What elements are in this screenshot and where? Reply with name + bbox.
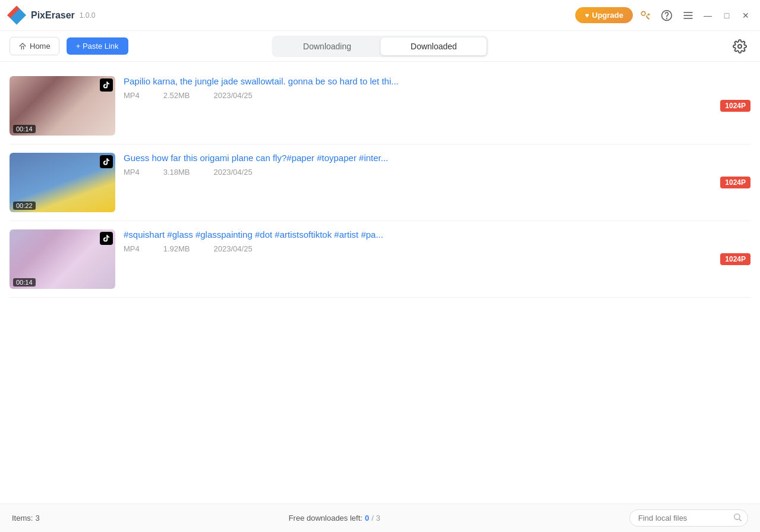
svg-point-4 (667, 18, 667, 18)
quality-badge-1: 1024P (720, 100, 750, 112)
app-logo-icon (7, 6, 26, 25)
items-label: Items: (12, 514, 33, 522)
video-date-1: 2023/04/25 (214, 91, 253, 100)
video-size-3: 1.92MB (163, 244, 190, 253)
video-date-3: 2023/04/25 (214, 244, 253, 253)
video-info-2: Guess how far this origami plane can fly… (124, 153, 712, 177)
video-item-3: 00:14 #squishart #glass #glasspainting #… (10, 221, 750, 298)
items-count: 3 (35, 514, 39, 522)
thumbnail-3: 00:14 (10, 229, 115, 289)
platform-badge-1 (100, 78, 113, 92)
video-info-3: #squishart #glass #glasspainting #dot #a… (124, 229, 712, 253)
video-duration-1: 00:14 (13, 125, 36, 133)
minimize-button[interactable]: — (701, 8, 715, 23)
heart-icon: ♥ (585, 11, 589, 20)
paste-link-label: + Paste Link (76, 42, 119, 51)
video-size-1: 2.52MB (163, 91, 190, 100)
video-item-1: 00:14 Papilio karna, the jungle jade swa… (10, 68, 750, 144)
titlebar: PixEraser 1.0.0 ♥ Upgrade — □ (0, 0, 760, 31)
footer: Items: 3 Free downloades left: 0 / 3 (0, 503, 760, 532)
video-title-2: Guess how far this origami plane can fly… (124, 153, 528, 163)
video-format-2: MP4 (124, 168, 140, 177)
tiktok-icon (102, 158, 111, 166)
video-title-1: Papilio karna, the jungle jade swallowta… (124, 76, 528, 86)
downloads-left-section: Free downloades left: 0 / 3 (289, 514, 380, 522)
video-info-1: Papilio karna, the jungle jade swallowta… (124, 76, 712, 100)
home-label: Home (30, 42, 51, 51)
svg-point-8 (738, 45, 742, 48)
tab-downloading[interactable]: Downloading (273, 37, 381, 55)
tabs: Downloading Downloaded (272, 36, 488, 57)
platform-badge-2 (100, 155, 113, 168)
video-duration-3: 00:14 (13, 278, 36, 287)
paste-link-button[interactable]: + Paste Link (67, 37, 128, 55)
search-icon (733, 512, 742, 522)
downloads-separator: / (371, 514, 374, 522)
video-item-2: 00:22 Guess how far this origami plane c… (10, 144, 750, 221)
video-format-3: MP4 (124, 244, 140, 253)
app-name: PixEraser (31, 10, 75, 21)
upgrade-button[interactable]: ♥ Upgrade (575, 7, 633, 23)
video-size-2: 3.18MB (163, 168, 190, 177)
downloads-used: 0 (365, 514, 369, 522)
upgrade-label: Upgrade (592, 11, 623, 20)
content-area: 00:14 Papilio karna, the jungle jade swa… (0, 62, 760, 503)
video-date-2: 2023/04/25 (214, 168, 253, 177)
find-files-input[interactable] (629, 509, 748, 527)
home-button[interactable]: Home (10, 37, 59, 55)
maximize-button[interactable]: □ (720, 8, 734, 23)
menu-icon[interactable] (682, 9, 695, 22)
quality-badge-2: 1024P (720, 177, 750, 188)
settings-icon (733, 39, 747, 53)
video-title-3: #squishart #glass #glasspainting #dot #a… (124, 229, 528, 240)
home-icon (18, 42, 27, 51)
app-version: 1.0.0 (80, 11, 96, 20)
find-files-section (629, 509, 748, 527)
tiktok-icon (102, 234, 111, 243)
video-format-1: MP4 (124, 91, 140, 100)
video-meta-3: MP4 1.92MB 2023/04/25 (124, 244, 712, 253)
items-count-section: Items: 3 (12, 514, 40, 522)
close-button[interactable]: ✕ (739, 8, 753, 23)
free-downloads-label: Free downloades left: (289, 514, 362, 522)
window-controls: — □ ✕ (701, 8, 753, 23)
video-meta-2: MP4 3.18MB 2023/04/25 (124, 168, 712, 177)
svg-line-10 (739, 519, 742, 521)
key-icon[interactable] (639, 9, 652, 22)
toolbar: Home + Paste Link Downloading Downloaded (0, 31, 760, 62)
svg-point-0 (641, 11, 645, 15)
settings-button[interactable] (729, 36, 750, 57)
downloads-total: 3 (376, 514, 380, 522)
platform-badge-3 (100, 232, 113, 245)
tiktok-icon (102, 81, 111, 89)
video-meta-1: MP4 2.52MB 2023/04/25 (124, 91, 712, 100)
video-duration-2: 00:22 (13, 202, 36, 210)
help-icon[interactable] (660, 9, 673, 22)
titlebar-icons (639, 9, 695, 22)
svg-point-9 (734, 514, 740, 520)
thumbnail-2: 00:22 (10, 153, 115, 212)
thumbnail-1: 00:14 (10, 76, 115, 136)
quality-badge-3: 1024P (720, 253, 750, 265)
find-files-search-button[interactable] (733, 512, 742, 524)
tab-downloaded[interactable]: Downloaded (381, 37, 487, 55)
